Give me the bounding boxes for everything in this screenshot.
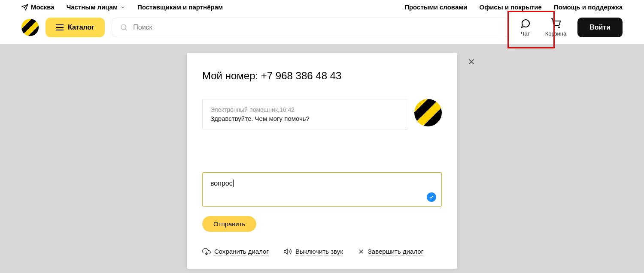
svg-rect-1 xyxy=(56,27,64,28)
svg-point-3 xyxy=(121,25,126,30)
message-bubble: Электронный помощник,16:42 Здравствуйте.… xyxy=(202,99,408,129)
nav-partners[interactable]: Поставщикам и партнёрам xyxy=(137,3,223,11)
spellcheck-badge[interactable] xyxy=(427,192,436,202)
chat-title: Мой номер: +7 968 386 48 43 xyxy=(202,70,442,82)
chat-icon xyxy=(520,18,531,29)
nav-simple-words[interactable]: Простыми словами xyxy=(404,3,467,11)
cart-button[interactable]: Корзина xyxy=(542,18,570,37)
cart-label: Корзина xyxy=(545,30,567,37)
nav-individuals[interactable]: Частным лицам xyxy=(67,3,125,11)
catalog-button[interactable]: Каталог xyxy=(46,18,105,37)
chat-modal: Мой номер: +7 968 386 48 43 Электронный … xyxy=(187,53,457,269)
message-input[interactable]: вопрос xyxy=(202,172,442,207)
search-input[interactable] xyxy=(133,24,501,31)
message-meta: Электронный помощник,16:42 xyxy=(210,106,400,113)
chat-overlay: Мой номер: +7 968 386 48 43 Электронный … xyxy=(0,44,644,273)
download-cloud-icon xyxy=(202,247,211,256)
save-dialog-label: Сохранить диалог xyxy=(214,248,269,255)
search-wrap[interactable] xyxy=(112,18,510,37)
input-value: вопрос xyxy=(210,180,234,187)
end-dialog-label: Завершить диалог xyxy=(368,248,423,255)
location-icon xyxy=(21,4,28,11)
sound-icon xyxy=(283,247,292,256)
mute-label: Выключить звук xyxy=(295,248,343,255)
location-label: Москва xyxy=(31,3,55,11)
nav-offices[interactable]: Офисы и покрытие xyxy=(480,3,542,11)
check-icon xyxy=(429,195,434,200)
chat-button[interactable]: Чат xyxy=(517,18,534,37)
chat-title-prefix: Мой номер: xyxy=(202,70,261,81)
nav-individuals-label: Частным лицам xyxy=(67,3,118,11)
save-dialog-link[interactable]: Сохранить диалог xyxy=(202,247,269,256)
send-button[interactable]: Отправить xyxy=(202,216,256,232)
svg-line-4 xyxy=(125,29,127,30)
chat-phone: +7 968 386 48 43 xyxy=(261,70,342,81)
x-icon xyxy=(358,248,365,255)
close-icon xyxy=(467,57,476,66)
message-text: Здравствуйте. Чем могу помочь? xyxy=(210,115,400,122)
svg-rect-2 xyxy=(56,30,64,30)
search-icon xyxy=(120,23,128,32)
bot-avatar xyxy=(414,99,442,126)
cart-icon xyxy=(550,18,561,29)
catalog-label: Каталог xyxy=(68,24,94,31)
mute-link[interactable]: Выключить звук xyxy=(283,247,343,256)
svg-point-5 xyxy=(554,27,555,28)
end-dialog-link[interactable]: Завершить диалог xyxy=(358,247,423,256)
location-selector[interactable]: Москва xyxy=(21,3,55,11)
message-sender: Электронный помощник, xyxy=(210,106,279,113)
message-row: Электронный помощник,16:42 Здравствуйте.… xyxy=(202,99,442,129)
login-button[interactable]: Войти xyxy=(577,18,623,37)
close-button[interactable] xyxy=(467,57,476,66)
svg-marker-9 xyxy=(284,249,288,254)
message-time: 16:42 xyxy=(279,106,295,113)
logo[interactable] xyxy=(21,19,39,36)
menu-icon xyxy=(56,24,64,30)
svg-rect-0 xyxy=(56,24,64,25)
svg-point-6 xyxy=(559,27,559,28)
chat-actions: Сохранить диалог Выключить звук Завершит… xyxy=(202,247,442,256)
chat-label: Чат xyxy=(521,30,530,37)
chevron-down-icon xyxy=(120,5,125,10)
nav-help[interactable]: Помощь и поддержка xyxy=(554,3,623,11)
